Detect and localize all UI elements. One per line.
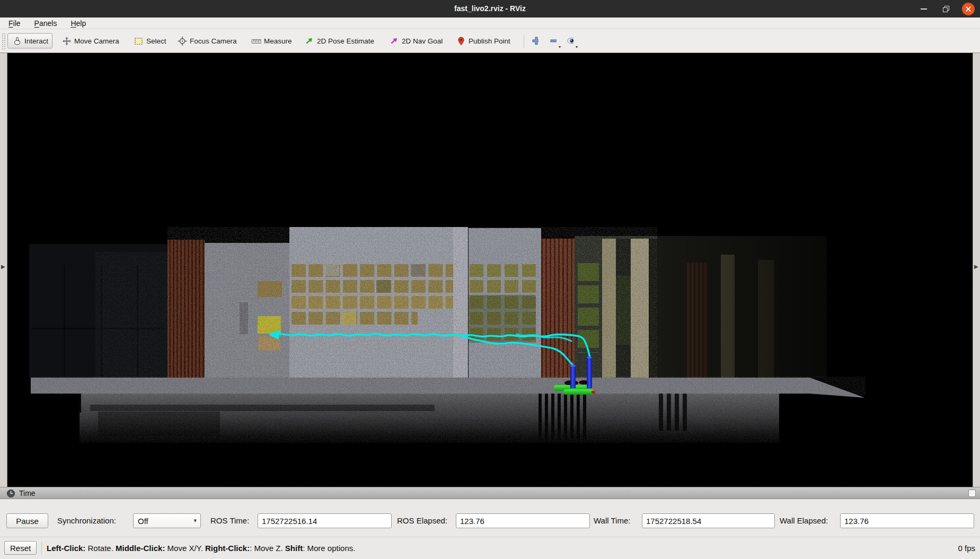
eye-icon	[566, 36, 573, 46]
tool-move-camera[interactable]: Move Camera	[57, 33, 123, 49]
3d-viewport[interactable]: ▶ ▶	[0, 53, 980, 487]
expand-views-panel-arrow-icon[interactable]: ▶	[974, 264, 978, 269]
title-bar[interactable]: fast_livo2.rviz - RViz	[0, 0, 980, 18]
left-panel-strip: ▶	[0, 53, 7, 487]
selection-box-icon	[134, 36, 144, 46]
close-button[interactable]	[962, 3, 975, 15]
time-panel-header: Time	[0, 487, 980, 499]
toolbar: Interact Move Camera Select Focus Camera	[0, 29, 980, 53]
ros-elapsed-field[interactable]	[456, 513, 590, 528]
ros-time-label: ROS Time:	[210, 516, 249, 525]
tool-publish-point[interactable]: Publish Point	[452, 33, 515, 49]
synchronization-label: Synchronization:	[57, 516, 116, 525]
time-panel-float-button[interactable]	[968, 490, 976, 497]
move-arrows-icon	[61, 36, 72, 46]
focus-crosshair-icon	[177, 36, 187, 46]
fps-counter: 0 fps	[958, 537, 975, 559]
right-panel-strip: ▶	[973, 53, 980, 487]
menu-help[interactable]: Help	[70, 19, 86, 28]
minimize-button[interactable]	[917, 3, 930, 15]
menu-bar: File Panels Help	[0, 18, 980, 29]
tool-visibility-button[interactable]: ▾	[563, 34, 577, 48]
pointcloud-render	[0, 53, 980, 487]
reset-button[interactable]: Reset	[4, 541, 37, 555]
window-title: fast_livo2.rviz - RViz	[0, 0, 980, 18]
synchronization-value: Off	[138, 517, 148, 526]
ruler-icon	[251, 36, 261, 46]
time-panel-title: Time	[19, 487, 36, 500]
expand-displays-panel-arrow-icon[interactable]: ▶	[1, 264, 5, 269]
wall-elapsed-label: Wall Elapsed:	[780, 516, 828, 525]
time-panel-body: Pause Synchronization: Off ▾ ROS Time: R…	[0, 499, 980, 537]
toolbar-separator	[524, 34, 524, 48]
remove-tool-button[interactable]: ▾	[546, 34, 560, 48]
chevron-down-icon: ▾	[193, 517, 197, 524]
wall-time-field[interactable]	[642, 513, 775, 528]
synchronization-select[interactable]: Off ▾	[133, 513, 201, 528]
map-pin-icon	[456, 36, 466, 46]
toolbar-drag-handle[interactable]	[2, 33, 6, 49]
tool-interact[interactable]: Interact	[7, 33, 52, 49]
tool-2d-nav-goal[interactable]: 2D Nav Goal	[385, 33, 447, 49]
status-separator	[41, 542, 42, 554]
clock-icon	[6, 489, 15, 498]
tool-2d-pose-estimate[interactable]: 2D Pose Estimate	[300, 33, 378, 49]
ros-elapsed-label: ROS Elapsed:	[397, 516, 447, 525]
close-icon	[965, 5, 972, 13]
hand-cursor-icon	[12, 36, 22, 46]
minimize-icon	[921, 8, 927, 10]
tool-select[interactable]: Select	[129, 33, 171, 49]
minus-icon	[549, 36, 557, 46]
pose-estimate-arrow-icon	[304, 36, 314, 46]
nav-goal-arrow-icon	[389, 36, 399, 46]
pause-button[interactable]: Pause	[6, 513, 48, 528]
pointcloud-grain	[11, 180, 970, 477]
restore-icon	[942, 5, 950, 13]
ros-time-field[interactable]	[258, 513, 392, 528]
tool-measure[interactable]: Measure	[247, 33, 296, 49]
mouse-help-text: Left-Click: Rotate. Middle-Click: Move X…	[47, 537, 355, 559]
plus-icon	[531, 36, 538, 46]
add-tool-button[interactable]	[528, 34, 542, 48]
tool-focus-camera[interactable]: Focus Camera	[173, 33, 241, 49]
wall-time-label: Wall Time:	[594, 516, 630, 525]
wall-elapsed-field[interactable]	[840, 513, 974, 528]
status-bar: Reset Left-Click: Rotate. Middle-Click: …	[0, 537, 980, 559]
menu-file[interactable]: File	[8, 19, 21, 28]
menu-panels[interactable]: Panels	[34, 19, 57, 28]
maximize-button[interactable]	[940, 3, 952, 15]
